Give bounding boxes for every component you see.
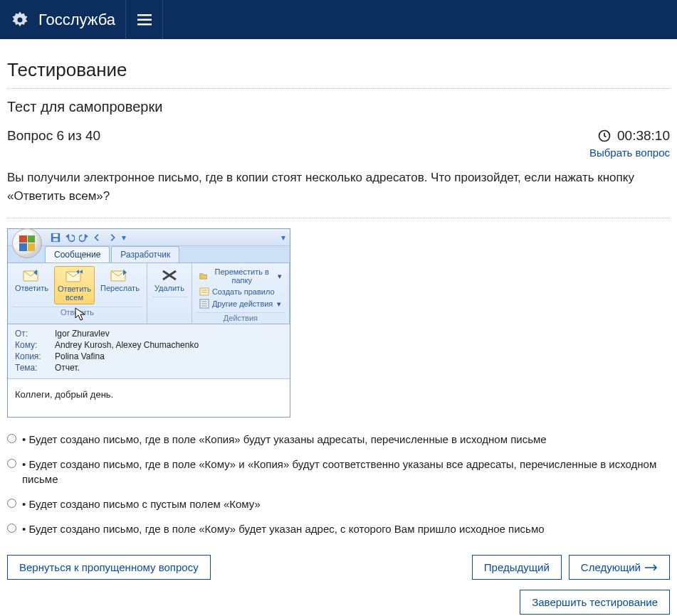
next-button[interactable]: Следующий xyxy=(569,555,670,580)
separator xyxy=(7,218,670,218)
question-number: Вопрос 6 из 40 xyxy=(7,128,100,144)
prev-item-icon xyxy=(93,233,103,243)
clock-icon xyxy=(597,129,612,143)
answer-radio[interactable] xyxy=(7,459,16,468)
envelope-forward-icon xyxy=(110,268,129,282)
next-label: Следующий xyxy=(581,561,641,573)
emblem-icon xyxy=(10,10,30,30)
back-to-skipped-button[interactable]: Вернуться к пропущенному вопросу xyxy=(7,555,211,580)
answer-radio[interactable] xyxy=(7,499,16,508)
finish-test-button[interactable]: Завершить тестирование xyxy=(520,590,670,615)
answer-option[interactable]: • Будет создано письмо, где в поле «Копи… xyxy=(7,432,670,447)
subject-value: Отчет. xyxy=(55,363,80,373)
email-body: Коллеги, добрый день. xyxy=(8,379,290,417)
cc-value: Polina Vafina xyxy=(55,351,105,361)
question-text: Вы получили электронное письмо, где в ко… xyxy=(7,169,670,205)
to-label: Кому: xyxy=(15,340,55,350)
brand-area[interactable]: Госслужба xyxy=(0,0,126,39)
page-title: Тестирование xyxy=(7,59,670,81)
list-icon xyxy=(199,299,209,309)
subject-label: Тема: xyxy=(15,363,55,373)
answer-list: • Будет создано письмо, где в поле «Копи… xyxy=(7,432,670,536)
envelope-reply-icon xyxy=(23,268,41,282)
answer-text: • Будет создано письмо с пустым полем «К… xyxy=(22,496,261,511)
reply-button: Ответить xyxy=(12,266,51,304)
answer-text: • Будет создано письмо, где в поле «Копи… xyxy=(22,432,547,447)
quick-access-toolbar: ▾ ▾ xyxy=(8,229,290,246)
reply-all-button: Ответить всем xyxy=(54,266,95,304)
move-to-folder: Переместить в папку▾ xyxy=(199,267,282,285)
answer-option[interactable]: • Будет создано письмо, где в поле «Кому… xyxy=(7,457,670,487)
svg-rect-11 xyxy=(200,288,209,295)
svg-rect-7 xyxy=(53,238,58,240)
cc-label: Копия: xyxy=(15,351,55,361)
svg-point-0 xyxy=(18,17,23,22)
from-value: Igor Zhuravlev xyxy=(55,329,110,339)
tab-message: Сообщение xyxy=(45,246,110,262)
test-title: Тест для самопроверки xyxy=(7,99,670,115)
folder-icon xyxy=(199,271,208,281)
group-actions-label: Действия xyxy=(196,312,285,322)
next-item-icon xyxy=(107,233,117,243)
svg-rect-6 xyxy=(53,233,58,236)
office-button-icon xyxy=(12,228,42,258)
brand-text: Госслужба xyxy=(38,11,115,29)
answer-text: • Будет создано письмо, где в поле «Кому… xyxy=(22,521,545,536)
from-label: От: xyxy=(15,329,55,339)
arrow-right-icon xyxy=(645,564,658,571)
email-screenshot: ▾ ▾ Сообщение Разработчик Ответить Ответ… xyxy=(7,228,290,418)
answer-option[interactable]: • Будет создано письмо с пустым полем «К… xyxy=(7,496,670,511)
timer-value: 00:38:10 xyxy=(617,128,670,144)
redo-icon xyxy=(79,233,89,243)
hamburger-icon xyxy=(137,14,152,26)
answer-radio[interactable] xyxy=(7,524,16,533)
envelope-reply-all-icon xyxy=(65,269,84,283)
cursor-icon xyxy=(75,307,86,322)
svg-rect-2 xyxy=(137,18,152,21)
rule-icon xyxy=(199,287,209,297)
ribbon-tabs: Сообщение Разработчик xyxy=(8,246,290,263)
separator xyxy=(7,88,670,89)
answer-text: • Будет создано письмо, где в поле «Кому… xyxy=(22,457,670,487)
svg-rect-1 xyxy=(137,14,152,16)
save-icon xyxy=(51,233,61,243)
svg-rect-3 xyxy=(137,23,152,26)
select-question-link[interactable]: Выбрать вопрос xyxy=(589,147,670,159)
to-value: Andrey Kurosh, Alexey Chumachenko xyxy=(55,340,199,350)
tab-developer: Разработчик xyxy=(111,246,179,262)
timer: 00:38:10 xyxy=(597,128,670,144)
undo-icon xyxy=(65,233,75,243)
create-rule: Создать правило xyxy=(199,287,275,297)
menu-button[interactable] xyxy=(126,0,163,39)
delete-button: Удалить xyxy=(152,266,187,294)
other-actions: Другие действия▾ xyxy=(199,299,281,309)
top-bar: Госслужба xyxy=(0,0,677,39)
delete-icon xyxy=(160,268,179,282)
answer-radio[interactable] xyxy=(7,434,16,443)
answer-option[interactable]: • Будет создано письмо, где в поле «Кому… xyxy=(7,521,670,536)
forward-button: Переслать xyxy=(98,266,142,304)
prev-button[interactable]: Предыдущий xyxy=(472,555,562,580)
